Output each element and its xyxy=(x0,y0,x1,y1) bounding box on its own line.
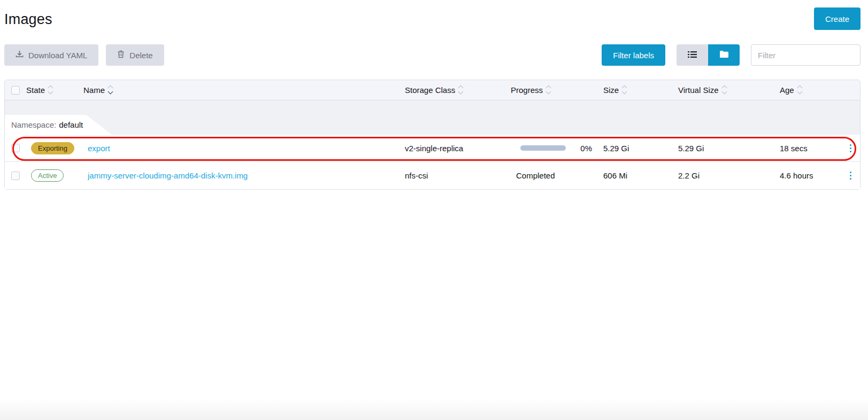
bulk-actions: Download YAML Delete xyxy=(4,44,164,66)
row-checkbox[interactable] xyxy=(11,144,20,152)
virtual-size-cell: 5.29 Gi xyxy=(672,144,774,153)
delete-label: Delete xyxy=(129,51,152,60)
column-header-size[interactable]: Size xyxy=(597,85,672,95)
image-name-link[interactable]: export xyxy=(88,144,110,153)
state-cell: Active xyxy=(26,169,83,182)
download-icon xyxy=(16,50,24,60)
download-yaml-label: Download YAML xyxy=(28,51,87,60)
sort-carets-icon xyxy=(623,86,626,94)
namespace-group-label: Namespace: xyxy=(11,120,56,129)
image-name-link[interactable]: jammy-server-cloudimg-amd64-disk-kvm.img xyxy=(88,171,248,180)
namespace-group-value: default xyxy=(59,120,83,129)
kebab-menu-icon[interactable] xyxy=(841,141,860,155)
delete-button[interactable]: Delete xyxy=(106,44,164,66)
namespace-group-row: Namespace: default xyxy=(5,100,860,135)
sort-carets-icon xyxy=(547,86,550,94)
column-header-name[interactable]: Name xyxy=(83,85,401,95)
create-button[interactable]: Create xyxy=(814,7,861,30)
list-view-button[interactable] xyxy=(677,44,708,66)
size-cell: 606 Mi xyxy=(597,171,672,180)
state-cell: Exporting xyxy=(26,142,83,154)
age-cell: 4.6 hours xyxy=(774,171,841,180)
select-all-cell xyxy=(5,86,26,95)
progress-cell: 0% xyxy=(506,144,597,153)
progress-cell: Completed xyxy=(506,171,597,180)
name-cell: export xyxy=(83,144,401,153)
column-header-state[interactable]: State xyxy=(26,85,83,95)
row-checkbox-cell xyxy=(5,144,26,152)
table-row: Exporting export v2-single-replica 0% 5.… xyxy=(5,135,860,162)
images-table: State Name Storage Class Progress Size V… xyxy=(4,80,861,190)
kebab-menu-icon[interactable] xyxy=(841,168,860,183)
column-header-age[interactable]: Age xyxy=(774,85,841,95)
filter-labels-button[interactable]: Filter labels xyxy=(602,44,665,66)
sort-carets-icon xyxy=(723,86,726,94)
list-view-icon xyxy=(688,51,697,60)
page-title: Images xyxy=(4,11,52,28)
sort-carets-icon xyxy=(798,86,802,94)
filter-actions: Filter labels xyxy=(602,44,861,66)
status-badge: Exporting xyxy=(31,142,74,154)
progress-percent: 0% xyxy=(580,144,592,153)
table-row: Active jammy-server-cloudimg-amd64-disk-… xyxy=(5,162,860,189)
row-actions-cell xyxy=(841,168,860,183)
progress-bar xyxy=(520,145,566,151)
name-cell: jammy-server-cloudimg-amd64-disk-kvm.img xyxy=(83,171,401,180)
column-header-progress[interactable]: Progress xyxy=(506,85,597,95)
download-yaml-button[interactable]: Download YAML xyxy=(4,44,98,66)
folder-view-icon xyxy=(720,51,728,59)
size-cell: 5.29 Gi xyxy=(597,144,672,153)
sort-carets-icon xyxy=(459,86,463,94)
actions-row: Download YAML Delete Filter labels xyxy=(4,44,861,66)
filter-input[interactable] xyxy=(751,44,861,66)
folder-view-button[interactable] xyxy=(708,44,740,66)
row-checkbox-cell xyxy=(5,172,26,180)
storage-class-cell: v2-single-replica xyxy=(401,144,506,153)
images-page: Images Create Download YAML Delete xyxy=(0,0,868,190)
sort-carets-icon xyxy=(109,86,112,94)
storage-class-cell: nfs-csi xyxy=(401,171,506,180)
row-actions-cell xyxy=(841,141,860,155)
table-header-row: State Name Storage Class Progress Size V… xyxy=(5,80,860,100)
view-toggle xyxy=(677,44,740,66)
trash-icon xyxy=(117,50,125,60)
age-cell: 18 secs xyxy=(774,144,841,153)
select-all-checkbox[interactable] xyxy=(11,86,20,95)
page-header: Images Create xyxy=(4,7,861,30)
row-checkbox[interactable] xyxy=(11,172,20,180)
virtual-size-cell: 2.2 Gi xyxy=(672,171,774,180)
namespace-group-tab: Namespace: default xyxy=(5,115,112,135)
column-header-virtual-size[interactable]: Virtual Size xyxy=(672,85,774,95)
sort-carets-icon xyxy=(49,86,52,94)
column-header-storage-class[interactable]: Storage Class xyxy=(401,85,506,95)
status-badge: Active xyxy=(31,169,64,182)
